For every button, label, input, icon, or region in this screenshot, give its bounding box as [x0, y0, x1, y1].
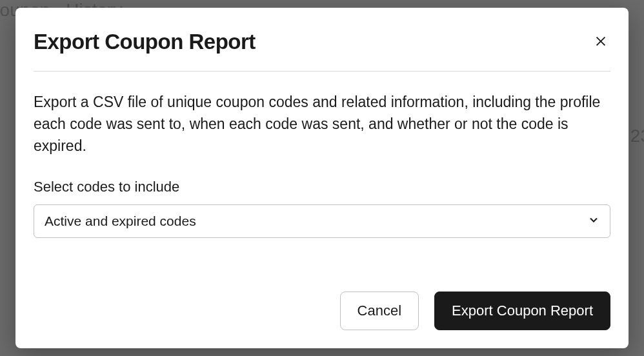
modal-footer: Cancel Export Coupon Report — [34, 292, 610, 330]
select-codes-dropdown[interactable]: Active and expired codes — [34, 204, 610, 238]
background-fragment: 23 — [630, 126, 644, 146]
export-coupon-report-modal: Export Coupon Report Export a CSV file o… — [15, 8, 629, 348]
close-button[interactable] — [591, 32, 610, 53]
modal-description: Export a CSV file of unique coupon codes… — [34, 91, 610, 157]
close-icon — [594, 34, 608, 50]
select-codes-wrapper: Active and expired codes — [34, 204, 610, 238]
export-button[interactable]: Export Coupon Report — [434, 292, 610, 330]
modal-title: Export Coupon Report — [34, 30, 256, 54]
divider — [34, 71, 610, 72]
select-codes-label: Select codes to include — [34, 179, 610, 195]
modal-header: Export Coupon Report — [34, 30, 610, 54]
cancel-button[interactable]: Cancel — [340, 292, 419, 330]
